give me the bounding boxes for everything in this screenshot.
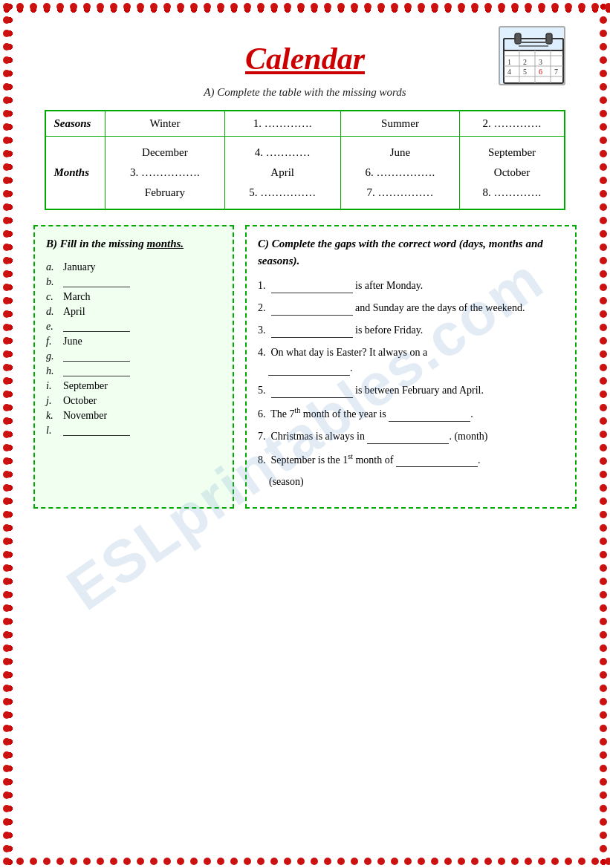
svg-point-217 bbox=[600, 591, 607, 598]
blank-l[interactable] bbox=[63, 425, 130, 436]
blank-g[interactable] bbox=[63, 351, 130, 362]
blank-c4[interactable] bbox=[268, 365, 350, 376]
svg-point-78 bbox=[177, 858, 184, 865]
svg-point-150 bbox=[3, 538, 10, 545]
blank-4[interactable]: 4. ………… bbox=[255, 146, 311, 158]
months-col-summer: June 6. ……………. 7. …………… bbox=[340, 137, 460, 210]
svg-point-223 bbox=[600, 671, 607, 679]
letter-c: c. bbox=[46, 292, 59, 302]
blank-h[interactable] bbox=[63, 366, 130, 376]
svg-point-166 bbox=[3, 751, 10, 759]
letter-d: d. bbox=[46, 307, 59, 317]
letter-h: h. bbox=[46, 366, 59, 376]
c-item-4: 4. On what day is Easter? It always on a… bbox=[258, 345, 564, 376]
svg-point-83 bbox=[244, 858, 251, 865]
svg-point-227 bbox=[600, 725, 607, 732]
season-blank-2[interactable]: 2. …………. bbox=[460, 111, 565, 137]
svg-point-72 bbox=[97, 858, 104, 865]
blank-c7[interactable] bbox=[367, 434, 449, 444]
section-b-underline: months. bbox=[146, 238, 184, 249]
blank-c2[interactable] bbox=[271, 305, 353, 316]
svg-point-107 bbox=[565, 858, 572, 865]
svg-point-232 bbox=[600, 792, 607, 799]
page-content: Calendar bbox=[0, 0, 610, 523]
blank-8[interactable]: 8. …………. bbox=[483, 186, 542, 198]
svg-point-67 bbox=[30, 858, 37, 865]
list-item-a: a. January bbox=[46, 260, 221, 275]
svg-point-218 bbox=[600, 604, 607, 612]
season-blank-1[interactable]: 1. …………. bbox=[224, 111, 340, 137]
svg-point-156 bbox=[3, 618, 10, 625]
svg-point-162 bbox=[3, 698, 10, 705]
blank-3[interactable]: 3. ……………. bbox=[130, 166, 200, 178]
svg-point-81 bbox=[217, 858, 224, 865]
svg-point-225 bbox=[600, 698, 607, 705]
svg-text:2: 2 bbox=[523, 58, 527, 66]
svg-point-172 bbox=[3, 832, 10, 839]
svg-point-86 bbox=[284, 858, 291, 865]
blank-c8[interactable] bbox=[396, 457, 478, 467]
svg-point-152 bbox=[3, 564, 10, 572]
section-b: B) Fill in the missing months. a. Januar… bbox=[33, 225, 234, 509]
svg-point-164 bbox=[3, 725, 10, 732]
svg-point-154 bbox=[3, 591, 10, 598]
c-item-1: 1. is after Monday. bbox=[258, 278, 564, 293]
svg-point-155 bbox=[3, 604, 10, 612]
list-item-b: b. bbox=[46, 275, 221, 290]
svg-point-79 bbox=[190, 858, 198, 865]
svg-point-68 bbox=[43, 858, 51, 865]
svg-point-99 bbox=[458, 858, 465, 865]
svg-point-173 bbox=[3, 845, 10, 852]
svg-point-153 bbox=[3, 578, 10, 585]
svg-point-98 bbox=[444, 858, 452, 865]
svg-point-234 bbox=[600, 818, 607, 826]
list-item-d: d. April bbox=[46, 304, 221, 319]
svg-point-103 bbox=[511, 858, 519, 865]
svg-point-161 bbox=[3, 685, 10, 692]
blank-7[interactable]: 7. …………… bbox=[366, 186, 433, 198]
svg-point-104 bbox=[525, 858, 532, 865]
svg-point-92 bbox=[364, 858, 371, 865]
blank-c6[interactable] bbox=[389, 411, 470, 422]
section-b-title: B) Fill in the missing months. bbox=[46, 235, 221, 252]
svg-point-213 bbox=[600, 538, 607, 545]
page-wrapper: ESLprintables.com Calendar bbox=[0, 0, 610, 868]
c-item-season: (season) bbox=[258, 474, 564, 489]
blank-c3[interactable] bbox=[271, 327, 353, 338]
blank-5[interactable]: 5. …………… bbox=[249, 186, 316, 198]
svg-point-219 bbox=[600, 618, 607, 625]
svg-point-88 bbox=[311, 858, 318, 865]
svg-point-231 bbox=[600, 778, 607, 786]
table-row-months: Months December 3. ……………. February 4. ……… bbox=[45, 137, 564, 210]
page-title: Calendar bbox=[245, 41, 365, 76]
month-march: March bbox=[63, 292, 91, 302]
blank-1-text: 1. …………. bbox=[253, 117, 312, 129]
svg-point-97 bbox=[431, 858, 438, 865]
blank-e[interactable] bbox=[63, 322, 130, 332]
months-label: Months bbox=[45, 137, 105, 210]
blank-c5[interactable] bbox=[271, 388, 353, 398]
section-a-subtitle: A) Complete the table with the missing w… bbox=[22, 86, 588, 99]
svg-point-226 bbox=[600, 711, 607, 719]
svg-point-163 bbox=[3, 711, 10, 719]
letter-k: k. bbox=[46, 411, 59, 421]
blank-c1[interactable] bbox=[271, 283, 353, 293]
blank-b[interactable] bbox=[63, 277, 130, 287]
list-item-c: c. March bbox=[46, 290, 221, 304]
svg-point-66 bbox=[16, 858, 24, 865]
section-c-list: 1. is after Monday. 2. and Sunday are th… bbox=[258, 278, 564, 489]
months-col-winter: December 3. ……………. February bbox=[105, 137, 224, 210]
letter-e: e. bbox=[46, 322, 59, 332]
svg-point-158 bbox=[3, 645, 10, 652]
svg-point-74 bbox=[123, 858, 131, 865]
letter-b: b. bbox=[46, 277, 59, 287]
blank-6[interactable]: 6. ……………. bbox=[366, 166, 435, 178]
svg-point-149 bbox=[3, 524, 10, 532]
svg-point-159 bbox=[3, 658, 10, 665]
list-item-f: f. June bbox=[46, 334, 221, 349]
svg-point-71 bbox=[83, 858, 91, 865]
c-item-8: 8. September is the 1st month of . bbox=[258, 451, 564, 468]
month-september: September bbox=[63, 381, 108, 391]
svg-point-215 bbox=[600, 564, 607, 572]
svg-point-76 bbox=[150, 858, 158, 865]
